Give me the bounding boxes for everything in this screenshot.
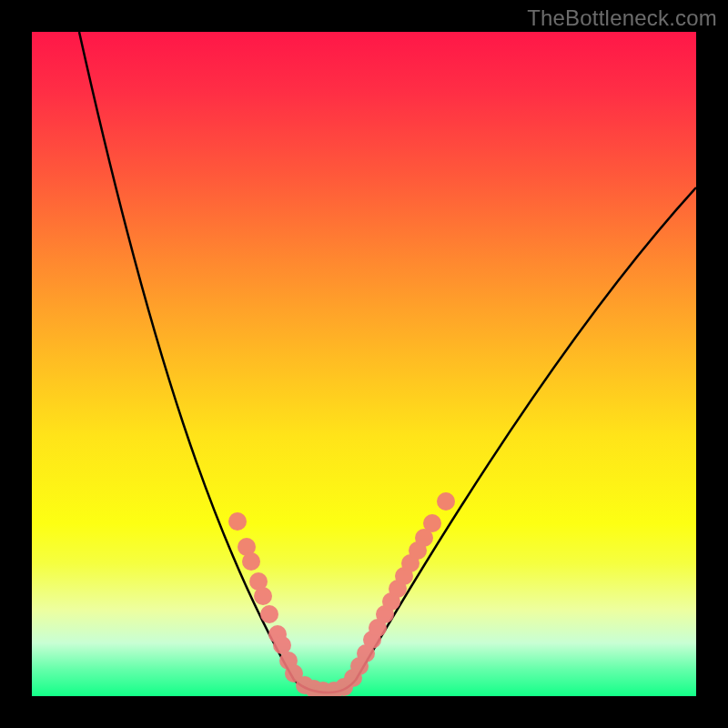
- curve-svg: [32, 32, 696, 696]
- svg-point-2: [242, 552, 260, 571]
- svg-point-5: [260, 605, 278, 623]
- svg-point-0: [228, 512, 247, 531]
- svg-point-27: [423, 514, 441, 532]
- svg-point-28: [437, 492, 455, 511]
- svg-point-4: [254, 587, 272, 605]
- curve-left: [79, 32, 329, 693]
- watermark-text: TheBottleneck.com: [527, 5, 717, 31]
- marker-group: [228, 492, 455, 696]
- chart-container: TheBottleneck.com: [0, 0, 728, 728]
- plot-area: [32, 32, 696, 696]
